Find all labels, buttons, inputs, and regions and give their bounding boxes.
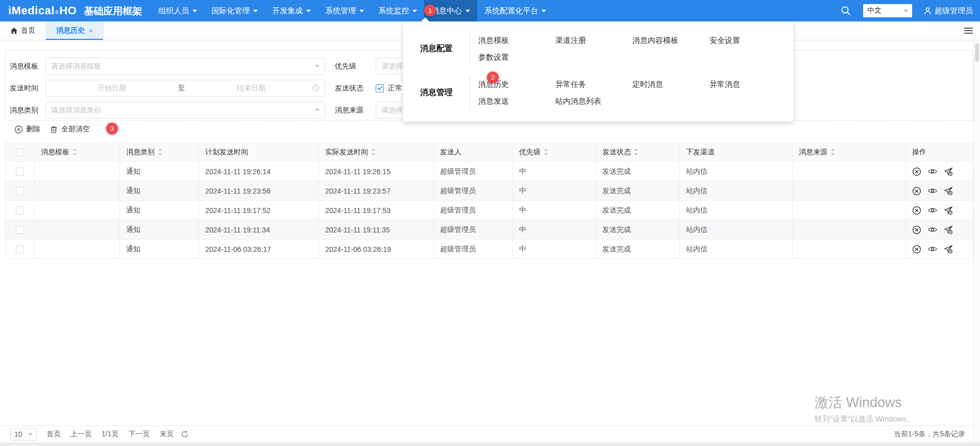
current-user[interactable]: 超级管理员 [923, 6, 973, 16]
cell-actions [906, 240, 973, 259]
menu-item[interactable]: 站内消息列表 [555, 92, 632, 109]
view-icon[interactable] [928, 168, 937, 175]
user-icon [923, 7, 932, 15]
cell-channel: 站内信 [680, 220, 793, 239]
watermark-subtitle: 转到“设置”以激活 Windows。 [815, 414, 914, 424]
taskbar-edge-strip [0, 442, 980, 446]
column-header-label: 操作 [912, 148, 926, 157]
page-size-select[interactable]: 10 [10, 428, 37, 441]
message-template-select[interactable]: 请选择消息模板 [45, 58, 325, 75]
send-clock-icon[interactable] [944, 225, 953, 234]
top-navigation-bar: iMedical®HO 基础应用框架 组织人员国际化管理开发集成系统管理系统监控… [0, 0, 980, 21]
column-header: 优先级 [513, 143, 596, 161]
nav-item-1[interactable]: 组织人员 [151, 0, 204, 21]
cell-actual: 2024-11-11 19:23:57 [319, 181, 434, 200]
row-checkbox[interactable] [16, 226, 24, 234]
cancel-icon[interactable] [912, 167, 921, 176]
row-checkbox[interactable] [16, 168, 24, 176]
nav-item-3[interactable]: 开发集成 [265, 0, 318, 21]
view-icon[interactable] [928, 246, 937, 252]
menu-group-2: 消息管理消息历史消息发送异常任务站内消息列表定时消息异常消息 [403, 71, 793, 114]
menu-item[interactable]: 异常任务 [555, 76, 632, 92]
filter-source-label: 消息来源 [335, 106, 376, 115]
menu-group-1: 消息配置消息模板参数设置渠道注册消息内容模板安全设置 [403, 27, 793, 71]
menu-item[interactable]: 安全设置 [709, 32, 787, 49]
prev-page-link[interactable]: 上一页 [70, 430, 92, 439]
trash-icon [50, 125, 58, 134]
clock-icon [312, 84, 320, 92]
close-icon[interactable]: × [89, 27, 93, 35]
cancel-icon[interactable] [912, 186, 921, 196]
menu-item[interactable]: 定时消息 [632, 76, 709, 92]
send-status-normal-checkbox[interactable] [376, 84, 384, 92]
view-icon[interactable] [928, 207, 937, 214]
tab-home[interactable]: 首页 [0, 21, 46, 40]
nav-item-label: 国际化管理 [211, 6, 250, 16]
row-checkbox[interactable] [16, 206, 24, 215]
refresh-button[interactable] [181, 430, 189, 438]
view-icon[interactable] [928, 226, 937, 233]
delete-button[interactable]: 删除 [14, 125, 40, 134]
tab-list-menu-button[interactable] [964, 28, 973, 34]
sort-arrows-icon[interactable] [544, 148, 548, 156]
menu-item[interactable]: 消息发送 [478, 92, 555, 109]
chevron-down-icon [412, 10, 417, 12]
nav-item-2[interactable]: 国际化管理 [204, 0, 265, 21]
menu-item[interactable]: 渠道注册 [555, 32, 632, 49]
app-title: 基础应用框架 [84, 5, 142, 18]
send-time-range-input[interactable]: 开始日期 至 结束日期 [45, 80, 325, 97]
row-checkbox-cell [5, 162, 35, 181]
search-button[interactable] [841, 6, 851, 16]
send-clock-icon[interactable] [944, 245, 953, 254]
cell-category: 通知 [120, 220, 199, 239]
cell-planned: 2024-11-11 19:23:56 [199, 181, 319, 200]
select-all-checkbox[interactable] [16, 148, 24, 156]
send-clock-icon[interactable] [944, 206, 953, 215]
sort-arrows-icon[interactable] [371, 148, 376, 156]
view-icon[interactable] [928, 187, 937, 194]
sort-arrows-icon[interactable] [72, 148, 77, 156]
cell-channel: 站内信 [680, 240, 793, 259]
send-status-normal-option: 正常 [376, 84, 402, 93]
nav-right-tools: 中文 超级管理员 [841, 4, 973, 17]
row-checkbox[interactable] [16, 245, 24, 253]
cancel-icon[interactable] [912, 225, 921, 234]
cell-actual: 2024-11-11 19:17:53 [319, 201, 434, 220]
table-toolbar: 删除 全部清空 [5, 123, 90, 136]
next-page-link[interactable]: 下一页 [128, 430, 150, 439]
sort-arrows-icon[interactable] [830, 148, 835, 156]
nav-item-label: 系统监控 [378, 6, 409, 16]
step-badge-3: 3 [106, 123, 118, 134]
menu-item[interactable]: 消息模板 [478, 32, 555, 49]
menu-item[interactable]: 异常消息 [709, 76, 787, 92]
first-page-link[interactable]: 首页 [46, 430, 61, 439]
cancel-icon[interactable] [912, 245, 921, 254]
nav-item-7[interactable]: 系统配置化平台 [477, 0, 553, 21]
cancel-icon[interactable] [912, 206, 921, 215]
send-clock-icon[interactable] [944, 167, 953, 176]
step-badge-1: 1 [424, 5, 436, 16]
language-select[interactable]: 中文 [863, 4, 912, 17]
chevron-down-icon [359, 10, 364, 12]
header-checkbox-cell [5, 143, 35, 161]
chevron-down-icon [306, 10, 311, 12]
tab-message-history[interactable]: 消息历史 × [46, 21, 104, 40]
send-clock-icon[interactable] [944, 186, 953, 196]
cell-actions [906, 162, 973, 181]
nav-item-4[interactable]: 系统管理 [318, 0, 371, 21]
sort-arrows-icon[interactable] [158, 148, 162, 156]
menu-item[interactable]: 参数设置 [478, 49, 555, 65]
column-header-label: 优先级 [519, 148, 541, 157]
column-header-label: 消息模板 [41, 148, 69, 157]
cell-actions [906, 220, 973, 239]
message-category-select[interactable]: 请选择消息类别 [45, 102, 325, 119]
cancel-icon [14, 125, 23, 134]
scrollbar-track[interactable] [973, 40, 980, 442]
clear-all-button[interactable]: 全部清空 [50, 125, 90, 134]
row-checkbox[interactable] [16, 187, 24, 195]
menu-item[interactable]: 消息内容模板 [632, 32, 709, 49]
scrollbar-thumb[interactable] [975, 43, 979, 62]
last-page-link[interactable]: 末页 [159, 430, 174, 439]
nav-item-5[interactable]: 系统监控 [371, 0, 424, 21]
sort-arrows-icon[interactable] [634, 148, 639, 156]
